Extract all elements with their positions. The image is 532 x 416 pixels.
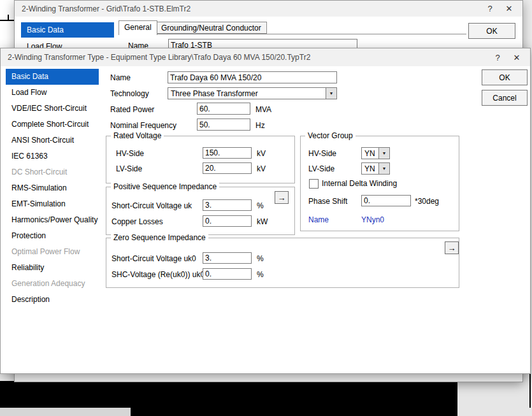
internal-delta-checkbox[interactable] <box>309 179 319 189</box>
ok-button[interactable]: OK <box>482 69 528 85</box>
nominal-frequency-unit: Hz <box>255 121 265 130</box>
tab-general[interactable]: General <box>119 20 157 35</box>
phase-shift-input[interactable] <box>361 195 411 206</box>
sidebar-item-optimal-power-flow: Optimal Power Flow <box>6 244 99 260</box>
rated-power-label: Rated Power <box>110 105 154 114</box>
sidebar-item-basic-data[interactable]: Basic Data <box>21 22 114 38</box>
sidebar-item-description[interactable]: Description <box>6 292 99 308</box>
cancel-button[interactable]: Cancel <box>482 90 528 106</box>
name-label: Name <box>110 73 131 82</box>
type-dialog-title: 2-Winding Transformer Type - Equipment T… <box>1 53 310 62</box>
positive-sequence-jump-button[interactable]: → <box>275 191 289 204</box>
help-icon[interactable]: ? <box>480 4 500 13</box>
vector-group-legend: Vector Group <box>305 131 356 140</box>
rated-voltage-group: Rated Voltage HV-Side kV LV-Side kV <box>106 136 295 183</box>
sidebar-item-protection[interactable]: Protection <box>6 228 99 244</box>
uk-label: Short-Circuit Voltage uk <box>111 201 192 210</box>
chevron-down-icon[interactable]: ▼ <box>326 88 336 99</box>
type-dialog-sidebar: Basic Data Load Flow VDE/IEC Short-Circu… <box>6 69 99 308</box>
uk-input[interactable] <box>203 199 252 211</box>
vg-hv-value: YN <box>362 148 378 159</box>
rv-lv-side-unit: kV <box>257 164 266 173</box>
status-strip <box>0 408 131 416</box>
nominal-frequency-input[interactable] <box>197 118 250 131</box>
zero-sequence-jump-button[interactable]: → <box>445 241 459 254</box>
sidebar-item-basic-data[interactable]: Basic Data <box>6 69 99 85</box>
rated-voltage-legend: Rated Voltage <box>111 131 164 140</box>
type-dialog-titlebar[interactable]: 2-Winding Transformer Type - Equipment T… <box>1 48 530 66</box>
sidebar-item-emt-simulation[interactable]: EMT-Simulation <box>6 196 99 212</box>
uk0r-unit: % <box>257 270 264 279</box>
uk0-label: Short-Circuit Voltage uk0 <box>111 254 196 263</box>
phase-shift-label: Phase Shift <box>308 197 347 206</box>
sidebar-item-load-flow[interactable]: Load Flow <box>6 85 99 101</box>
close-icon[interactable]: ✕ <box>507 53 526 62</box>
copper-losses-input[interactable] <box>203 215 252 227</box>
zero-sequence-group: Zero Sequence Impedance Short-Circuit Vo… <box>106 238 459 288</box>
uk0-unit: % <box>257 254 264 263</box>
sidebar-item-rms-simulation[interactable]: RMS-Simulation <box>6 180 99 196</box>
vg-lv-side-label: LV-Side <box>308 164 334 173</box>
nominal-frequency-label: Nominal Frequency <box>110 121 176 130</box>
close-icon[interactable]: ✕ <box>500 4 519 13</box>
element-dialog-title: 2-Winding Transformer - Grid\Trafo 1-STB… <box>15 4 191 13</box>
vg-hv-dropdown[interactable]: YN ▼ <box>361 147 390 159</box>
uk0-input[interactable] <box>203 252 252 264</box>
schematic-line <box>0 20 14 21</box>
vg-hv-side-label: HV-Side <box>308 149 336 158</box>
vg-lv-value: YN <box>362 163 378 174</box>
rated-power-input[interactable] <box>197 103 250 115</box>
chevron-down-icon[interactable]: ▼ <box>378 163 389 174</box>
rv-hv-side-label: HV-Side <box>116 149 144 158</box>
vg-lv-dropdown[interactable]: YN ▼ <box>361 162 390 175</box>
schematic-tick <box>8 15 9 21</box>
positive-sequence-legend: Positive Sequence Impedance <box>111 182 219 191</box>
chevron-down-icon[interactable]: ▼ <box>378 148 389 159</box>
help-icon[interactable]: ? <box>488 53 507 62</box>
sidebar-item-reliability[interactable]: Reliability <box>6 260 99 276</box>
rv-lv-side-input[interactable] <box>203 162 252 174</box>
sidebar-item-iec-61363[interactable]: IEC 61363 <box>6 148 99 164</box>
sidebar-item-complete-short-circuit[interactable]: Complete Short-Circuit <box>6 117 99 133</box>
technology-label: Technology <box>110 89 149 98</box>
sidebar-item-generation-adequacy: Generation Adequacy <box>6 276 99 292</box>
uk0r-input[interactable] <box>203 268 252 280</box>
element-ok-button[interactable]: OK <box>468 23 515 39</box>
arrow-right-icon: → <box>448 243 456 253</box>
rated-power-unit: MVA <box>255 105 271 114</box>
phase-shift-unit: *30deg <box>415 197 439 206</box>
tab-pane-border <box>119 34 466 34</box>
technology-value: Three Phase Transformer <box>168 88 326 99</box>
copper-losses-unit: kW <box>257 217 268 226</box>
internal-delta-label: Internal Delta Winding <box>322 179 397 188</box>
tab-grounding-neutral-conductor[interactable]: Grounding/Neutral Conductor <box>155 22 267 34</box>
vg-name-value: YNyn0 <box>361 215 384 224</box>
sidebar-item-dc-short-circuit: DC Short-Circuit <box>6 164 99 180</box>
element-dialog-titlebar[interactable]: 2-Winding Transformer - Grid\Trafo 1-STB… <box>15 1 522 17</box>
rv-hv-side-input[interactable] <box>203 147 252 159</box>
canvas-corner <box>0 0 14 48</box>
zero-sequence-legend: Zero Sequence Impedance <box>111 233 208 242</box>
arrow-right-icon: → <box>278 193 286 203</box>
vg-name-label: Name <box>308 215 329 224</box>
rv-lv-side-label: LV-Side <box>116 164 142 173</box>
vector-group: Vector Group HV-Side YN ▼ LV-Side YN ▼ I… <box>300 136 459 231</box>
sidebar-item-ansi-short-circuit[interactable]: ANSI Short-Circuit <box>6 133 99 148</box>
transformer-type-dialog: 2-Winding Transformer Type - Equipment T… <box>0 48 531 374</box>
uk0r-label: SHC-Voltage (Re(uk0)) uk0r <box>111 270 207 279</box>
element-dialog-footer <box>15 373 522 382</box>
rv-hv-side-unit: kV <box>257 149 266 158</box>
technology-dropdown[interactable]: Three Phase Transformer ▼ <box>168 87 337 99</box>
copper-losses-label: Copper Losses <box>111 217 163 226</box>
positive-sequence-group: Positive Sequence Impedance Short-Circui… <box>106 187 295 235</box>
sidebar-item-harmonics-power-quality[interactable]: Harmonics/Power Quality <box>6 212 99 228</box>
sidebar-item-vde-iec-short-circuit[interactable]: VDE/IEC Short-Circuit <box>6 101 99 117</box>
uk-unit: % <box>257 201 264 210</box>
name-input[interactable] <box>168 71 337 83</box>
